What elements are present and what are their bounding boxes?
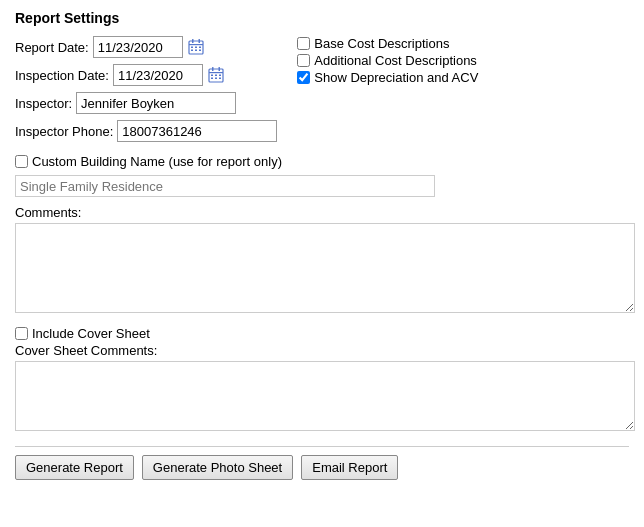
page-title: Report Settings [15, 10, 629, 26]
svg-rect-18 [215, 78, 217, 80]
svg-rect-6 [199, 47, 201, 49]
custom-building-checkbox[interactable] [15, 155, 28, 168]
svg-rect-3 [198, 39, 200, 43]
comments-textarea[interactable] [15, 223, 635, 313]
svg-rect-4 [191, 47, 193, 49]
inspection-date-calendar-icon[interactable] [206, 65, 226, 85]
svg-rect-1 [189, 44, 203, 45]
show-depreciation-label: Show Depreciation and ACV [314, 70, 478, 85]
comments-label: Comments: [15, 205, 629, 220]
svg-rect-13 [218, 67, 220, 71]
report-date-input[interactable] [93, 36, 183, 58]
additional-cost-label: Additional Cost Descriptions [314, 53, 477, 68]
inspector-input[interactable] [76, 92, 236, 114]
generate-report-button[interactable]: Generate Report [15, 455, 134, 480]
svg-rect-5 [195, 47, 197, 49]
cover-comments-textarea[interactable] [15, 361, 635, 431]
include-cover-label: Include Cover Sheet [32, 326, 150, 341]
svg-rect-8 [195, 50, 197, 52]
svg-rect-9 [199, 50, 201, 52]
report-date-label: Report Date: [15, 40, 89, 55]
inspector-label: Inspector: [15, 96, 72, 111]
report-date-calendar-icon[interactable] [186, 37, 206, 57]
svg-rect-12 [212, 67, 214, 71]
inspection-date-label: Inspection Date: [15, 68, 109, 83]
show-depreciation-checkbox[interactable] [297, 71, 310, 84]
base-cost-checkbox[interactable] [297, 37, 310, 50]
inspector-phone-label: Inspector Phone: [15, 124, 113, 139]
base-cost-label: Base Cost Descriptions [314, 36, 449, 51]
include-cover-checkbox[interactable] [15, 327, 28, 340]
cover-comments-label: Cover Sheet Comments: [15, 343, 629, 358]
svg-rect-16 [219, 75, 221, 77]
building-name-input[interactable] [15, 175, 435, 197]
inspection-date-input[interactable] [113, 64, 203, 86]
email-report-button[interactable]: Email Report [301, 455, 398, 480]
svg-rect-7 [191, 50, 193, 52]
custom-building-label: Custom Building Name (use for report onl… [32, 154, 282, 169]
inspector-phone-input[interactable] [117, 120, 277, 142]
generate-photo-sheet-button[interactable]: Generate Photo Sheet [142, 455, 293, 480]
additional-cost-checkbox[interactable] [297, 54, 310, 67]
svg-rect-14 [211, 75, 213, 77]
svg-rect-17 [211, 78, 213, 80]
svg-rect-2 [192, 39, 194, 43]
svg-rect-15 [215, 75, 217, 77]
svg-rect-19 [219, 78, 221, 80]
svg-rect-11 [209, 72, 223, 73]
